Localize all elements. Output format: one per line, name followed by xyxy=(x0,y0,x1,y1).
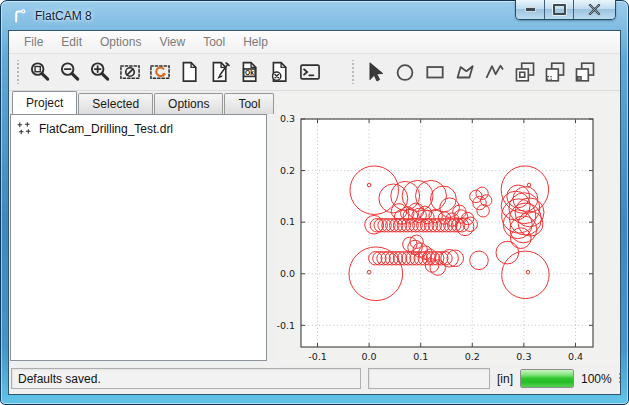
draw-rectangle-button[interactable] xyxy=(420,57,450,87)
draw-polygon-icon xyxy=(454,61,476,83)
zoom-fit-button[interactable] xyxy=(25,57,55,87)
menu-tool[interactable]: Tool xyxy=(194,32,234,52)
duplicate-objects-button[interactable] xyxy=(570,57,600,87)
left-panel: ProjectSelectedOptionsTool FlatCam_Drill… xyxy=(9,91,270,365)
menu-view[interactable]: View xyxy=(150,32,194,52)
svg-text:0.2: 0.2 xyxy=(280,165,295,176)
zoom-out-icon xyxy=(59,61,81,83)
svg-text:Ok: Ok xyxy=(245,69,254,76)
svg-text:0.3: 0.3 xyxy=(516,351,531,362)
svg-text:0.1: 0.1 xyxy=(280,216,295,227)
progress-bar xyxy=(520,369,574,388)
menu-options[interactable]: Options xyxy=(91,32,150,52)
minimize-button[interactable] xyxy=(516,0,545,19)
zoom-in-button[interactable] xyxy=(85,57,115,87)
titlebar[interactable]: FlatCAM 8 xyxy=(1,1,628,30)
maximize-icon xyxy=(553,4,566,15)
zoom-in-icon xyxy=(89,61,111,83)
close-icon xyxy=(588,4,601,15)
copy-objects-button[interactable] xyxy=(510,57,540,87)
progress-percent-label: 100% xyxy=(581,372,612,386)
panel-splitter[interactable] xyxy=(270,91,277,365)
tab-bar: ProjectSelectedOptionsTool xyxy=(10,93,270,114)
main-area: ProjectSelectedOptionsTool FlatCam_Drill… xyxy=(9,91,620,365)
delete-file-button[interactable] xyxy=(265,57,295,87)
shell-icon xyxy=(299,61,321,83)
maximize-button[interactable] xyxy=(545,0,574,19)
status-field-secondary xyxy=(368,368,490,389)
menu-edit[interactable]: Edit xyxy=(52,32,91,52)
ok-file-button[interactable]: Ok xyxy=(235,57,265,87)
svg-text:0.2: 0.2 xyxy=(465,351,480,362)
ok-file-icon: Ok xyxy=(239,61,261,83)
status-message: Defaults saved. xyxy=(11,368,361,389)
close-button[interactable] xyxy=(574,0,615,19)
svg-text:0.0: 0.0 xyxy=(280,268,295,279)
edit-file-icon xyxy=(209,61,231,83)
pointer-icon xyxy=(364,61,386,83)
tab-selected[interactable]: Selected xyxy=(78,93,153,114)
progress-fill xyxy=(521,370,573,387)
pointer-button[interactable] xyxy=(360,57,390,87)
tab-tool[interactable]: Tool xyxy=(224,93,274,114)
move-objects-button[interactable] xyxy=(540,57,570,87)
svg-text:-0.1: -0.1 xyxy=(308,351,327,362)
svg-text:0.3: 0.3 xyxy=(280,113,295,124)
window-title: FlatCAM 8 xyxy=(35,9,92,23)
draw-rectangle-icon xyxy=(424,61,446,83)
svg-text:-0.1: -0.1 xyxy=(277,320,295,331)
project-tree[interactable]: FlatCam_Drilling_Test.drl xyxy=(10,114,267,361)
caption-buttons xyxy=(515,0,616,20)
new-file-button[interactable] xyxy=(175,57,205,87)
plot-canvas[interactable]: -0.10.00.10.20.30.4-0.10.00.10.20.3 xyxy=(277,91,620,365)
draw-polyline-button[interactable] xyxy=(480,57,510,87)
svg-text:0.1: 0.1 xyxy=(413,351,428,362)
toolbar-drag-handle[interactable] xyxy=(16,60,20,84)
resize-grip-icon[interactable] xyxy=(619,373,621,384)
copy-objects-icon xyxy=(514,61,536,83)
status-bar: Defaults saved. [in] 100% xyxy=(9,365,620,394)
drill-object-icon xyxy=(17,121,32,136)
zoom-out-button[interactable] xyxy=(55,57,85,87)
menu-file[interactable]: File xyxy=(15,32,52,52)
draw-circle-button[interactable] xyxy=(390,57,420,87)
minimize-icon xyxy=(525,7,536,12)
draw-circle-icon xyxy=(394,61,416,83)
edit-file-button[interactable] xyxy=(205,57,235,87)
toolbar-drag-handle[interactable] xyxy=(351,60,355,84)
menu-help[interactable]: Help xyxy=(234,32,277,52)
toolbar: Ok xyxy=(9,54,620,91)
replot-button[interactable] xyxy=(145,57,175,87)
delete-file-icon xyxy=(269,61,291,83)
svg-text:0.0: 0.0 xyxy=(362,351,377,362)
shell-button[interactable] xyxy=(295,57,325,87)
zoom-fit-icon xyxy=(29,61,51,83)
draw-polygon-button[interactable] xyxy=(450,57,480,87)
app-window: FlatCAM 8 FileEditOptionsViewToolHelp Ok… xyxy=(0,0,629,405)
duplicate-objects-icon xyxy=(574,61,596,83)
client-area: FileEditOptionsViewToolHelp Ok ProjectSe… xyxy=(8,30,621,395)
menu-bar: FileEditOptionsViewToolHelp xyxy=(9,31,620,54)
tree-item-drill-file[interactable]: FlatCam_Drilling_Test.drl xyxy=(13,119,264,138)
svg-text:0.4: 0.4 xyxy=(568,351,583,362)
move-objects-icon xyxy=(544,61,566,83)
tab-project[interactable]: Project xyxy=(12,91,77,114)
new-file-icon xyxy=(179,61,201,83)
drill-preview-plot[interactable]: -0.10.00.10.20.30.4-0.10.00.10.20.3 xyxy=(277,91,620,365)
tab-options[interactable]: Options xyxy=(154,93,223,114)
clear-plot-button[interactable] xyxy=(115,57,145,87)
units-indicator: [in] xyxy=(497,372,513,386)
tree-item-label: FlatCam_Drilling_Test.drl xyxy=(39,122,173,136)
flatcam-logo-icon xyxy=(12,8,28,24)
draw-polyline-icon xyxy=(484,61,506,83)
clear-plot-icon xyxy=(119,61,141,83)
replot-icon xyxy=(149,61,171,83)
